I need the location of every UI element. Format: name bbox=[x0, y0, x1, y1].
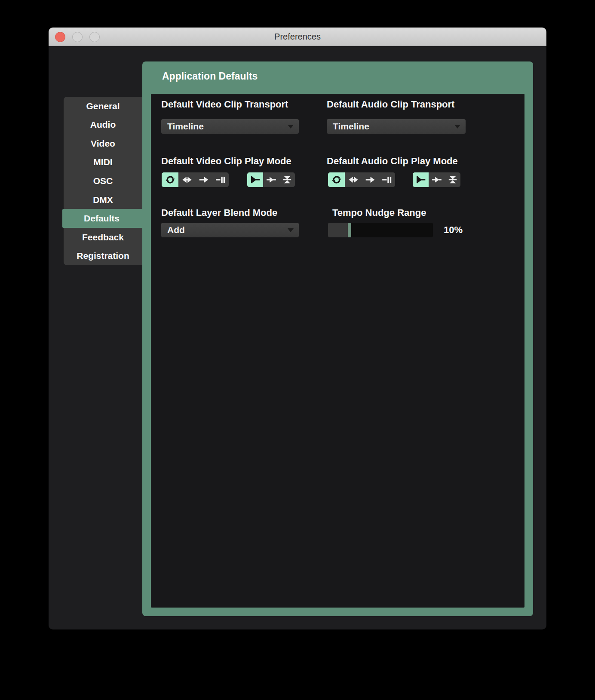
sidebar-item-dmx[interactable]: DMX bbox=[64, 190, 142, 209]
layer-blend-value: Add bbox=[167, 225, 185, 235]
play-once-hold-icon bbox=[381, 174, 393, 185]
chevron-down-icon bbox=[454, 125, 460, 129]
audio-play-direction-group bbox=[328, 172, 395, 187]
zoom-button[interactable] bbox=[89, 32, 100, 42]
video-loop-button[interactable] bbox=[162, 172, 178, 187]
tempo-nudge-label: Tempo Nudge Range bbox=[332, 207, 426, 218]
preferences-window: Preferences General Audio Video MIDI OSC… bbox=[49, 28, 546, 629]
titlebar: Preferences bbox=[49, 28, 546, 46]
audio-transport-value: Timeline bbox=[333, 121, 369, 132]
video-snap-to-beat-button[interactable] bbox=[279, 172, 295, 187]
video-trigger-style-group bbox=[247, 172, 295, 187]
sidebar-item-video[interactable]: Video bbox=[64, 134, 142, 153]
minimize-button[interactable] bbox=[72, 32, 83, 42]
sidebar-tabs: General Audio Video MIDI OSC DMX Default… bbox=[64, 97, 142, 265]
audio-snap-to-beat-button[interactable] bbox=[445, 172, 460, 187]
window-title: Preferences bbox=[274, 32, 321, 42]
sidebar-item-feedback[interactable]: Feedback bbox=[64, 228, 142, 247]
bounce-icon bbox=[181, 174, 193, 185]
video-bounce-button[interactable] bbox=[178, 172, 195, 187]
audio-transport-label: Default Audio Clip Transport bbox=[327, 99, 454, 110]
panel-content: Default Video Clip Transport Default Aud… bbox=[151, 94, 524, 608]
sidebar-item-registration[interactable]: Registration bbox=[64, 247, 142, 266]
video-play-from-start-button[interactable] bbox=[247, 172, 263, 187]
sidebar-item-defaults[interactable]: Defaults bbox=[62, 209, 142, 228]
audio-play-from-start-button[interactable] bbox=[413, 172, 429, 187]
sidebar-item-audio[interactable]: Audio bbox=[64, 116, 142, 135]
play-from-start-icon bbox=[415, 174, 426, 185]
close-button[interactable] bbox=[55, 32, 65, 42]
video-play-continue-button[interactable] bbox=[263, 172, 279, 187]
panel-title: Application Defaults bbox=[162, 71, 258, 82]
sidebar-item-osc[interactable]: OSC bbox=[64, 172, 142, 190]
loop-icon bbox=[165, 174, 176, 185]
sidebar-item-midi[interactable]: MIDI bbox=[64, 153, 142, 172]
layer-blend-label: Default Layer Blend Mode bbox=[161, 207, 277, 218]
tempo-nudge-slider[interactable] bbox=[328, 223, 433, 237]
slider-handle[interactable] bbox=[348, 223, 351, 237]
play-from-start-icon bbox=[250, 174, 261, 185]
snap-to-beat-icon bbox=[282, 174, 293, 185]
play-once-icon bbox=[365, 174, 376, 185]
snap-to-beat-icon bbox=[447, 174, 458, 185]
loop-icon bbox=[331, 174, 342, 185]
audio-bounce-button[interactable] bbox=[345, 172, 362, 187]
defaults-panel: Application Defaults Default Video Clip … bbox=[142, 61, 533, 616]
video-play-once-hold-button[interactable] bbox=[212, 172, 229, 187]
audio-play-continue-button[interactable] bbox=[429, 172, 445, 187]
sidebar-item-general[interactable]: General bbox=[64, 97, 142, 116]
play-continue-icon bbox=[266, 174, 277, 185]
video-play-direction-group bbox=[162, 172, 229, 187]
play-once-icon bbox=[198, 174, 209, 185]
video-transport-label: Default Video Clip Transport bbox=[161, 99, 288, 110]
video-transport-value: Timeline bbox=[167, 121, 204, 132]
audio-play-once-hold-button[interactable] bbox=[378, 172, 395, 187]
audio-play-mode-label: Default Audio Clip Play Mode bbox=[327, 156, 458, 167]
video-play-once-button[interactable] bbox=[195, 172, 212, 187]
chevron-down-icon bbox=[288, 125, 294, 129]
audio-trigger-style-group bbox=[413, 172, 460, 187]
bounce-icon bbox=[348, 174, 359, 185]
chevron-down-icon bbox=[288, 228, 294, 232]
audio-loop-button[interactable] bbox=[328, 172, 345, 187]
layer-blend-dropdown[interactable]: Add bbox=[161, 223, 299, 237]
slider-fill bbox=[328, 223, 348, 237]
video-transport-dropdown[interactable]: Timeline bbox=[161, 119, 299, 134]
play-once-hold-icon bbox=[215, 174, 226, 185]
tempo-nudge-value: 10% bbox=[444, 224, 463, 236]
video-play-mode-label: Default Video Clip Play Mode bbox=[161, 156, 291, 167]
play-continue-icon bbox=[431, 174, 442, 185]
audio-play-once-button[interactable] bbox=[362, 172, 378, 187]
audio-transport-dropdown[interactable]: Timeline bbox=[327, 119, 466, 134]
traffic-lights bbox=[55, 28, 100, 46]
